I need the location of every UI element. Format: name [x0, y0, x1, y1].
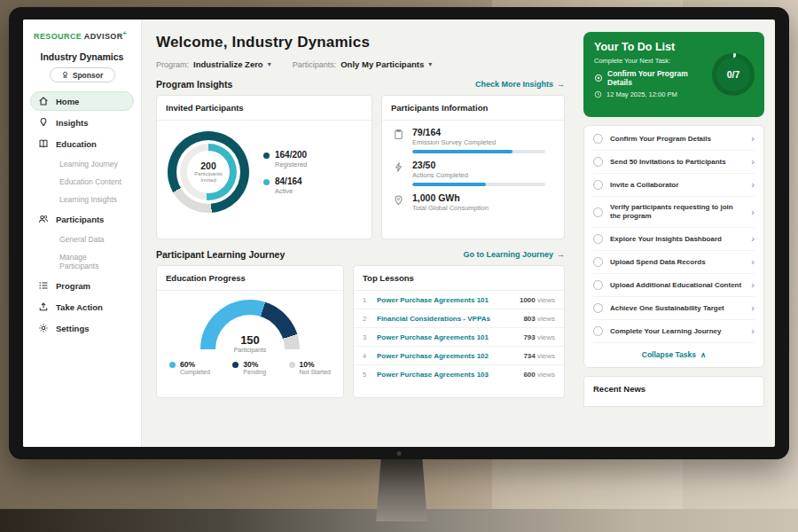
- recent-news-title: Recent News: [593, 384, 645, 394]
- sidebar-nav: Home Insights Education Learning Journey…: [27, 91, 137, 338]
- chevron-right-icon[interactable]: ›: [751, 257, 755, 267]
- task-checkbox[interactable]: [593, 257, 603, 267]
- top-lessons-card: Top Lessons 1 Power Purchase Agreements …: [353, 265, 565, 398]
- card-title: Participants Information: [382, 96, 564, 121]
- sidebar-item-learning-insights[interactable]: Learning Insights: [30, 191, 134, 207]
- task-checkbox[interactable]: [593, 207, 603, 217]
- lesson-link[interactable]: Power Purchase Agreements 103: [377, 371, 516, 379]
- sidebar-item-participants[interactable]: Participants: [30, 209, 134, 229]
- clipboard-icon: [393, 129, 404, 140]
- sidebar-item-manage-participants[interactable]: Manage Participants: [30, 248, 134, 274]
- sidebar-item-education[interactable]: Education: [30, 134, 134, 153]
- todo-task-list: Confirm Your Program Details › Send 50 I…: [583, 125, 764, 368]
- task-item[interactable]: Upload Spend Data Records ›: [593, 251, 755, 274]
- task-label: Achieve One Sustainability Target: [610, 304, 742, 313]
- section-title: Participant Learning Journey: [156, 249, 285, 260]
- section-title: Program Insights: [156, 79, 232, 90]
- task-checkbox[interactable]: [593, 157, 603, 167]
- chevron-right-icon[interactable]: ›: [751, 157, 755, 167]
- task-checkbox[interactable]: [593, 134, 603, 144]
- task-item[interactable]: Verify participants requesting to join t…: [593, 197, 755, 228]
- todo-summary-card: Your To Do List Complete Your Next Task:…: [583, 32, 764, 117]
- participants-information-card: Participants Information 79/164 Emission…: [381, 95, 565, 239]
- program-filter[interactable]: Program: Industrialize Zero ▾: [156, 59, 271, 69]
- participants-filter-label: Participants:: [293, 60, 337, 69]
- card-title: Education Progress: [157, 266, 343, 291]
- sponsor-badge[interactable]: Sponsor: [50, 67, 115, 82]
- sidebar-item-take-action[interactable]: Take Action: [30, 297, 134, 317]
- program-filter-label: Program:: [156, 60, 189, 69]
- sidebar-item-home[interactable]: Home: [30, 91, 134, 111]
- lesson-link[interactable]: Financial Considerations - VPPAs: [377, 315, 516, 323]
- sidebar-item-program[interactable]: Program: [30, 276, 134, 295]
- task-checkbox[interactable]: [593, 326, 603, 336]
- lightbulb-icon: [38, 117, 49, 128]
- chevron-right-icon[interactable]: ›: [751, 207, 755, 217]
- lesson-views: 600: [523, 371, 535, 379]
- chevron-right-icon[interactable]: ›: [751, 280, 755, 290]
- sidebar-item-label: Settings: [56, 324, 89, 333]
- task-checkbox[interactable]: [593, 180, 603, 190]
- sidebar-item-education-content[interactable]: Education Content: [30, 173, 134, 190]
- chevron-right-icon[interactable]: ›: [751, 134, 755, 144]
- lesson-link[interactable]: Power Purchase Agreements 101: [377, 296, 512, 304]
- sidebar-item-label: Home: [56, 97, 79, 106]
- go-to-learning-journey-link[interactable]: Go to Learning Journey →: [463, 250, 565, 259]
- check-more-insights-link[interactable]: Check More Insights →: [475, 80, 565, 89]
- lesson-link[interactable]: Power Purchase Agreements 101: [377, 333, 516, 341]
- legend-value: 60%: [180, 360, 210, 369]
- todo-title: Your To Do List: [594, 41, 754, 53]
- task-item[interactable]: Confirm Your Program Details ›: [593, 128, 755, 151]
- task-item[interactable]: Achieve One Sustainability Target ›: [593, 297, 755, 320]
- task-item[interactable]: Invite a Collaborator ›: [593, 174, 755, 197]
- donut-center-value: 200: [200, 160, 216, 171]
- learning-journey-header: Participant Learning Journey Go to Learn…: [156, 249, 565, 260]
- sidebar-item-insights[interactable]: Insights: [30, 113, 134, 132]
- lesson-views: 803: [523, 315, 535, 323]
- chevron-right-icon[interactable]: ›: [751, 326, 755, 336]
- sidebar-item-settings[interactable]: Settings: [30, 318, 134, 338]
- chevron-right-icon[interactable]: ›: [751, 234, 755, 244]
- task-item[interactable]: Upload Additional Educational Content ›: [593, 274, 755, 297]
- card-title: Top Lessons: [354, 266, 564, 291]
- task-checkbox[interactable]: [593, 234, 603, 244]
- lesson-views-unit: views: [536, 352, 555, 360]
- program-filter-value: Industrialize Zero: [193, 59, 263, 69]
- participants-filter[interactable]: Participants: Only My Participants ▾: [293, 59, 433, 69]
- task-item[interactable]: Complete Your Learning Journey ›: [593, 320, 755, 343]
- sidebar-item-general-data[interactable]: General Data: [30, 231, 134, 247]
- learning-journey-cards: Education Progress 150 Participants: [156, 265, 565, 398]
- app-screen: RESOURCE ADVISOR+ Industry Dynamics Spon…: [23, 20, 775, 447]
- gauge-center-label: Participants: [200, 347, 300, 353]
- info-value: 1,000 GWh: [412, 192, 489, 203]
- collapse-tasks-button[interactable]: Collapse Tasks ∧: [593, 343, 755, 364]
- monitor-stand: [376, 458, 427, 521]
- education-gauge-legend: 60% Completed 30% Pending: [157, 349, 343, 375]
- clock-icon: [594, 90, 602, 98]
- lesson-row: 1 Power Purchase Agreements 101 1000 vie…: [354, 291, 564, 309]
- todo-next-task[interactable]: Confirm Your Program Details: [594, 69, 708, 87]
- legend-item-registered: 164/200 Registered: [263, 150, 307, 168]
- lesson-rank: 5: [363, 371, 370, 379]
- chevron-right-icon[interactable]: ›: [751, 180, 755, 190]
- program-insights-header: Program Insights Check More Insights →: [156, 79, 565, 90]
- task-item[interactable]: Explore Your Insights Dashboard ›: [593, 228, 755, 251]
- task-label: Invite a Collaborator: [610, 181, 742, 190]
- task-label: Send 50 Invitations to Participants: [610, 158, 742, 167]
- lesson-views-unit: views: [536, 371, 555, 379]
- lesson-link[interactable]: Power Purchase Agreements 102: [377, 352, 516, 360]
- sidebar-item-label: Take Action: [56, 302, 103, 312]
- chevron-right-icon[interactable]: ›: [751, 303, 755, 313]
- filters-bar: Program: Industrialize Zero ▾ Participan…: [156, 59, 565, 69]
- task-item[interactable]: Send 50 Invitations to Participants ›: [593, 151, 755, 174]
- list-icon: [38, 280, 49, 291]
- legend-value: 84/164: [275, 176, 302, 186]
- page-title: Welcome, Industry Dynamics: [156, 34, 565, 51]
- power-led: [397, 451, 402, 456]
- sidebar-item-learning-journey[interactable]: Learning Journey: [30, 155, 134, 172]
- recent-news-header: Recent News: [583, 376, 764, 407]
- desk-scene: RESOURCE ADVISOR+ Industry Dynamics Spon…: [0, 0, 798, 532]
- legend-item-pending: 30% Pending: [232, 360, 266, 375]
- task-checkbox[interactable]: [593, 303, 603, 313]
- task-checkbox[interactable]: [593, 280, 603, 290]
